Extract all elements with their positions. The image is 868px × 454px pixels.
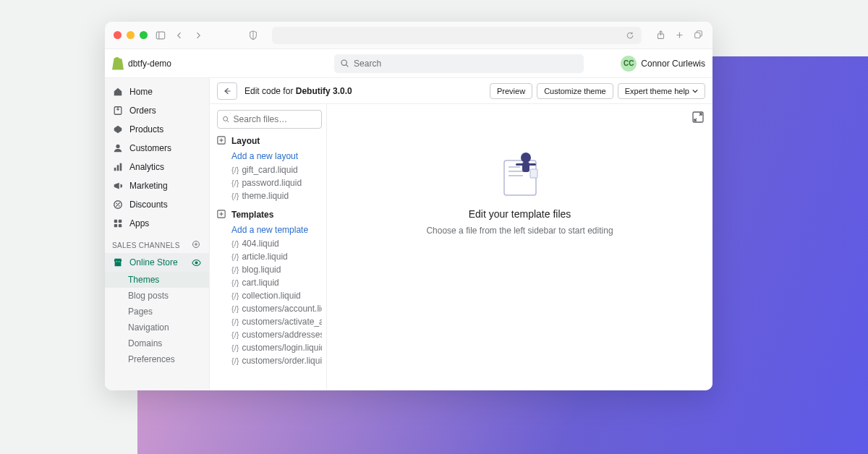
new-tab-icon[interactable] — [673, 30, 685, 41]
heading-label: SALES CHANNELS — [112, 241, 180, 249]
svg-point-4 — [341, 60, 346, 65]
nav-sub-themes[interactable]: Themes — [105, 272, 209, 288]
canvas-subtitle: Choose a file from the left sidebar to s… — [426, 226, 613, 236]
file-item[interactable]: {/}theme.liquid — [217, 189, 322, 202]
nav-label: Discounts — [129, 200, 168, 210]
primary-nav: Home Orders Products Customers Analytics — [105, 78, 210, 390]
file-icon: {/} — [231, 265, 239, 274]
nav-customers[interactable]: Customers — [105, 139, 209, 158]
sidebar-toggle-icon[interactable] — [155, 30, 166, 41]
add-new-layout[interactable]: Add a new layout — [217, 149, 322, 163]
svg-rect-17 — [119, 224, 122, 227]
store-logo-wrap[interactable]: dbtfy-demo — [112, 57, 171, 70]
view-store-icon[interactable] — [190, 257, 202, 268]
file-name: cart.liquid — [242, 278, 278, 288]
file-name: gift_card.liquid — [242, 165, 297, 175]
traffic-lights — [114, 31, 148, 39]
file-icon: {/} — [231, 192, 239, 200]
nav-sub-navigation[interactable]: Navigation — [105, 320, 209, 335]
file-item[interactable]: {/}customers/activate_account.liquid — [217, 315, 322, 328]
file-item[interactable]: {/}cart.liquid — [217, 276, 322, 289]
svg-rect-10 — [120, 163, 122, 171]
svg-point-19 — [195, 261, 197, 264]
add-box-icon — [217, 136, 227, 146]
nav-sub-blog-posts[interactable]: Blog posts — [105, 288, 209, 304]
file-icon: {/} — [231, 252, 239, 261]
nav-apps[interactable]: Apps — [105, 214, 209, 233]
editor-title: Edit code for Debutify 3.0.0 — [244, 86, 352, 96]
file-item[interactable]: {/}404.liquid — [217, 237, 322, 250]
minimize-window-icon[interactable] — [127, 31, 135, 39]
user-menu[interactable]: CC Connor Curlewis — [621, 56, 705, 72]
empty-state-illustration — [498, 147, 542, 198]
file-item[interactable]: {/}gift_card.liquid — [217, 163, 322, 176]
add-channel-icon[interactable] — [192, 240, 202, 250]
file-icon: {/} — [231, 166, 239, 174]
file-icon: {/} — [231, 317, 239, 326]
expert-help-button[interactable]: Expert theme help — [618, 83, 705, 99]
share-icon[interactable] — [655, 30, 666, 41]
shopify-logo-icon — [112, 57, 124, 70]
nav-forward-icon[interactable] — [192, 30, 204, 41]
svg-rect-16 — [114, 224, 117, 227]
shield-icon[interactable] — [247, 30, 259, 41]
tree-header-layout[interactable]: Layout — [217, 136, 322, 146]
close-window-icon[interactable] — [114, 31, 122, 39]
reload-icon[interactable] — [624, 30, 636, 41]
file-item[interactable]: {/}customers/addresses.liquid — [217, 328, 322, 341]
svg-line-5 — [346, 65, 349, 67]
file-item[interactable]: {/}customers/account.liquid — [217, 302, 322, 315]
file-icon: {/} — [231, 278, 239, 287]
nav-online-store[interactable]: Online Store — [105, 253, 209, 272]
svg-line-21 — [227, 121, 229, 122]
back-button[interactable] — [217, 82, 237, 100]
code-editor: Edit code for Debutify 3.0.0 Preview Cus… — [210, 78, 712, 390]
file-name: customers/account.liquid — [242, 304, 322, 314]
nav-label: Customers — [129, 143, 171, 153]
nav-label: Apps — [129, 218, 149, 228]
sales-channels-heading: SALES CHANNELS — [105, 233, 209, 253]
maximize-window-icon[interactable] — [140, 31, 148, 39]
nav-orders[interactable]: Orders — [105, 101, 209, 120]
nav-sub-preferences[interactable]: Preferences — [105, 351, 209, 367]
nav-marketing[interactable]: Marketing — [105, 176, 209, 195]
nav-sub-domains[interactable]: Domains — [105, 335, 209, 351]
file-name: article.liquid — [242, 252, 287, 262]
chevron-down-icon — [692, 88, 698, 94]
nav-products[interactable]: Products — [105, 120, 209, 139]
global-search[interactable]: Search — [334, 54, 584, 73]
nav-discounts[interactable]: Discounts — [105, 195, 209, 214]
file-item[interactable]: {/}password.liquid — [217, 176, 322, 189]
file-item[interactable]: {/}article.liquid — [217, 250, 322, 263]
online-store-icon — [112, 257, 124, 268]
file-item[interactable]: {/}collection.liquid — [217, 289, 322, 302]
preview-button[interactable]: Preview — [490, 83, 532, 99]
tabs-icon[interactable] — [692, 30, 704, 41]
shopify-topbar: dbtfy-demo Search CC Connor Curlewis — [105, 49, 712, 78]
user-name: Connor Curlewis — [641, 59, 705, 69]
nav-analytics[interactable]: Analytics — [105, 158, 209, 176]
file-name: collection.liquid — [242, 291, 300, 301]
customize-theme-button[interactable]: Customize theme — [537, 83, 613, 99]
expand-icon[interactable] — [692, 111, 704, 123]
add-new-template[interactable]: Add a new template — [217, 223, 322, 237]
nav-sub-pages[interactable]: Pages — [105, 304, 209, 320]
search-files-input[interactable] — [234, 114, 317, 124]
nav-label: Online Store — [129, 257, 184, 267]
svg-rect-32 — [529, 163, 536, 166]
file-item[interactable]: {/}customers/login.liquid — [217, 341, 322, 354]
nav-home[interactable]: Home — [105, 82, 209, 101]
svg-rect-14 — [114, 220, 117, 223]
file-item[interactable]: {/}blog.liquid — [217, 263, 322, 276]
svg-rect-33 — [530, 169, 537, 178]
search-files[interactable] — [217, 110, 322, 129]
svg-rect-26 — [509, 166, 520, 168]
file-icon: {/} — [231, 304, 239, 313]
file-item[interactable]: {/}customers/order.liquid — [217, 354, 322, 367]
file-name: 404.liquid — [242, 239, 278, 249]
editor-header-buttons: Preview Customize theme Expert theme hel… — [490, 83, 705, 99]
nav-back-icon[interactable] — [174, 30, 185, 41]
tree-header-templates[interactable]: Templates — [217, 210, 322, 220]
address-bar[interactable] — [272, 27, 642, 44]
svg-rect-15 — [119, 220, 122, 223]
